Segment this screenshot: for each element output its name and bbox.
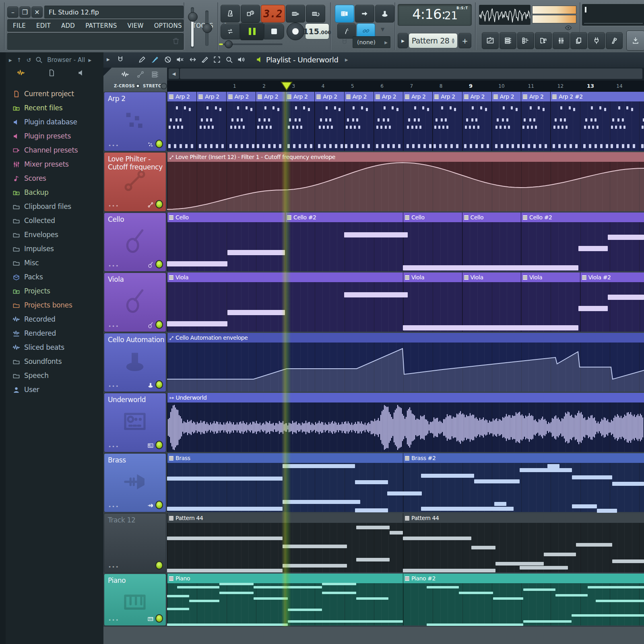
volume-knob[interactable] — [188, 12, 198, 22]
track-enable-led[interactable] — [155, 614, 163, 623]
search-icon[interactable] — [35, 56, 43, 64]
link-target-dropdown[interactable]: (none) ▶ — [353, 36, 390, 48]
mute-tool-icon[interactable] — [176, 55, 184, 64]
clip-title-bar[interactable]: Piano — [167, 574, 403, 583]
undo-icon[interactable]: ↺ — [26, 57, 31, 63]
preview-speaker-icon[interactable] — [256, 55, 264, 64]
playlist-panel-button[interactable] — [482, 32, 499, 49]
pattern-menu-button[interactable]: ▶ — [398, 33, 408, 48]
close-button[interactable]: ✕ — [31, 6, 43, 18]
clip-title-bar[interactable]: Cello #2 — [521, 213, 644, 222]
track-options[interactable]: ••• — [108, 504, 119, 510]
track-enable-led[interactable] — [155, 501, 163, 509]
track-enable-led[interactable] — [155, 260, 163, 268]
track-enable-led[interactable] — [155, 200, 163, 208]
chevron-right-icon[interactable]: ▶ — [345, 58, 348, 62]
zcross-radio[interactable] — [136, 84, 140, 88]
track-options[interactable]: ••• — [108, 143, 119, 149]
track-header-arp-2[interactable]: Arp 2••• — [104, 92, 166, 151]
track-enable-led[interactable] — [155, 441, 163, 449]
clip-cello-2[interactable]: Cello #2 — [285, 213, 403, 271]
paint-tool-icon[interactable] — [151, 55, 159, 64]
tab-audio-wave-icon[interactable] — [17, 68, 25, 77]
tab-files-icon[interactable] — [47, 68, 56, 77]
track-enable-led[interactable] — [155, 320, 163, 329]
playback-tool-icon[interactable] — [237, 55, 245, 64]
clip-pattern-44[interactable]: Pattern 44 — [167, 513, 403, 572]
scroll-left-button[interactable]: ◀ — [169, 68, 179, 79]
clip-title-bar[interactable]: Love Philter (Insert 12) - Filter 1 - Cu… — [167, 152, 644, 162]
track-header-piano[interactable]: Piano••• — [104, 574, 166, 625]
horizontal-scrollbar[interactable] — [180, 68, 642, 79]
clip-title-bar[interactable]: Arp 2 — [315, 92, 344, 101]
menu-patterns[interactable]: PATTERNS — [80, 22, 122, 29]
sidebar-item-misc[interactable]: Misc — [6, 256, 103, 270]
song-pattern-mode-switch[interactable] — [221, 23, 240, 39]
track-enable-led[interactable] — [155, 140, 163, 148]
sidebar-item-impulses[interactable]: Impulses — [6, 242, 103, 256]
time-display[interactable]: 4:16: 21 B:S:T — [398, 4, 472, 26]
master-pitch-slider[interactable] — [205, 10, 208, 46]
menu-view[interactable]: VIEW — [122, 22, 149, 29]
track-header-brass[interactable]: Brass••• — [104, 454, 166, 512]
countdown-button[interactable] — [355, 5, 374, 23]
menu-add[interactable]: ADD — [56, 22, 80, 29]
clip-title-bar[interactable]: Arp 2 — [433, 92, 462, 101]
track-header-underworld[interactable]: Underworld••• — [104, 393, 166, 452]
tab-plugins-icon[interactable] — [77, 68, 85, 77]
audio-tracks-tab-icon[interactable] — [121, 70, 129, 78]
track-options[interactable]: ••• — [108, 384, 119, 389]
piano-roll-button[interactable] — [517, 32, 534, 49]
slice-tool-icon[interactable] — [201, 55, 209, 64]
clip-title-bar[interactable]: Pattern 44 — [167, 513, 403, 523]
pencil-tool-icon[interactable] — [138, 55, 146, 64]
clip-title-bar[interactable]: Arp 2 — [227, 92, 256, 101]
slip-tool-icon[interactable] — [189, 55, 197, 64]
track-header-love-philter--[interactable]: Love Philter -Cutoff frequency••• — [104, 153, 166, 211]
sidebar-item-scores[interactable]: Scores — [6, 171, 103, 185]
tools-button[interactable] — [606, 32, 623, 49]
clip-title-bar[interactable]: Arp 2 — [492, 92, 521, 101]
magnet-icon[interactable] — [116, 55, 124, 64]
chevron-down-icon[interactable]: ▼ — [381, 27, 384, 32]
playhead-marker[interactable] — [281, 81, 293, 91]
clip-brass-2[interactable]: Brass #2 — [403, 453, 644, 512]
clip-title-bar[interactable]: Arp 2 #2 — [551, 92, 644, 101]
clip-title-bar[interactable]: Viola — [403, 272, 462, 282]
oscilloscope[interactable] — [479, 5, 530, 25]
menu-edit[interactable]: EDIT — [31, 22, 56, 29]
pattern-stepper[interactable]: ▲▼ — [452, 37, 454, 44]
chevron-right-icon[interactable]: ▶ — [89, 58, 92, 62]
sidebar-item-plugin-presets[interactable]: Plugin presets — [6, 129, 103, 143]
eye-icon[interactable] — [564, 23, 572, 32]
track-enable-led[interactable] — [155, 380, 163, 389]
menu-file[interactable]: FILE — [8, 22, 31, 29]
stretch-toggle[interactable] — [161, 83, 167, 89]
delete-tool-icon[interactable] — [164, 55, 172, 64]
zoom-tool-icon[interactable] — [225, 55, 233, 64]
sidebar-item-user[interactable]: User — [6, 383, 103, 396]
clip-viola[interactable]: Viola — [462, 272, 522, 332]
pattern-add-mode-button[interactable] — [286, 5, 305, 23]
sidebar-item-soundfonts[interactable]: Soundfonts — [6, 355, 103, 368]
sidebar-item-speech[interactable]: Speech — [6, 369, 103, 382]
bottom-scroll-strip[interactable] — [103, 626, 644, 644]
shuffle-slider[interactable] — [222, 43, 283, 45]
clip-title-bar[interactable]: Arp 2 — [345, 92, 374, 101]
clip-title-bar[interactable]: ↦Underworld — [167, 393, 644, 402]
clip-title-bar[interactable]: Cello #2 — [285, 213, 403, 222]
track-options[interactable]: ••• — [108, 617, 119, 623]
sidebar-item-clipboard-files[interactable]: Clipboard files — [6, 200, 103, 213]
stop-button[interactable] — [264, 23, 284, 39]
sidebar-item-channel-presets[interactable]: Channel presets — [6, 143, 103, 157]
clip-love-philter-insert-12-filter-1-cutoff-frequency-envelope[interactable]: Love Philter (Insert 12) - Filter 1 - Cu… — [167, 152, 644, 211]
clip-cello[interactable]: Cello — [403, 213, 462, 271]
pattern-add-button[interactable]: + — [458, 33, 471, 48]
clip-title-bar[interactable]: Viola #2 — [580, 272, 644, 282]
clip-title-bar[interactable]: Viola — [521, 272, 580, 282]
track-header-cello[interactable]: Cello••• — [104, 213, 166, 271]
clip-viola[interactable]: Viola — [403, 272, 462, 332]
sidebar-item-recent-files[interactable]: Recent files — [6, 101, 103, 115]
shuffle-knob[interactable] — [225, 40, 233, 48]
clip-viola-2[interactable]: Viola #2 — [580, 272, 644, 332]
